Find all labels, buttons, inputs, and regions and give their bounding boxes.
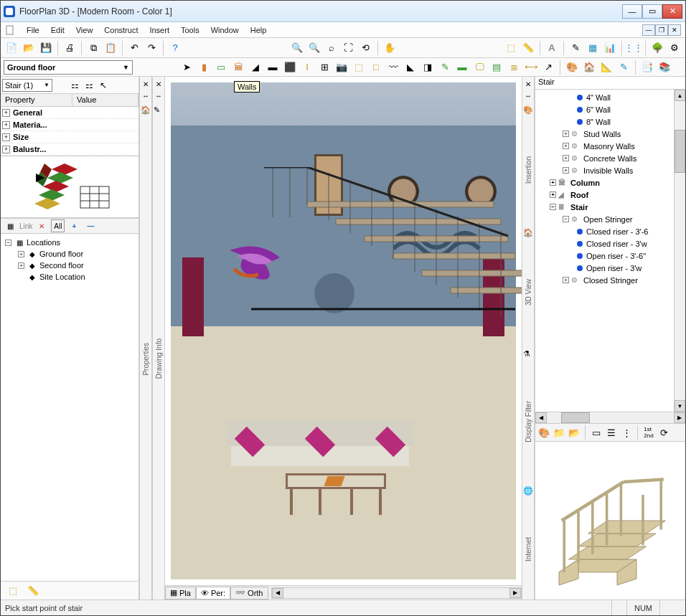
house-small-icon[interactable]: 🏠 <box>141 105 151 115</box>
cat-item-4wall[interactable]: 4" Wall <box>537 91 672 103</box>
prism-icon[interactable]: ◨ <box>420 60 436 75</box>
menu-insert[interactable]: Insert <box>144 24 175 36</box>
scroll-right-icon[interactable]: ▶ <box>674 412 685 423</box>
collapse-icon[interactable]: − <box>550 204 556 210</box>
library-icon[interactable]: 📚 <box>657 60 672 75</box>
camera-icon[interactable]: 📷 <box>334 60 349 75</box>
box-icon[interactable]: ⬚ <box>351 60 367 75</box>
all-button[interactable]: All <box>51 219 65 232</box>
new-icon[interactable]: 📄 <box>4 40 19 56</box>
expand-icon[interactable]: + <box>2 133 10 141</box>
tree-root-locations[interactable]: − ▦ Locations <box>2 237 137 248</box>
horizontal-scrollbar[interactable]: ◀ ▶ <box>271 587 522 599</box>
property-row-size[interactable]: +Size <box>1 131 138 143</box>
cat-item-closed-stringer[interactable]: +⚙Closed Stringer <box>537 274 672 286</box>
open-folder-icon[interactable]: 📂 <box>568 426 581 439</box>
help-icon[interactable]: ? <box>167 40 183 56</box>
open-icon[interactable]: 📂 <box>21 40 37 56</box>
close-panel-icon[interactable]: ✕ <box>524 80 532 88</box>
cube-icon[interactable]: ⬚ <box>5 583 21 599</box>
internet-tab-label[interactable]: Internet <box>525 533 532 566</box>
expand-icon[interactable]: + <box>563 277 569 283</box>
cat-item-closed-36[interactable]: Closed riser - 3'-6 <box>537 225 672 237</box>
print-icon[interactable]: 🖨 <box>62 40 77 56</box>
paint-small-icon[interactable]: 🎨 <box>523 105 533 115</box>
tab-perspective[interactable]: 👁Per: <box>196 587 230 600</box>
view-large-icon[interactable]: ▭ <box>590 426 603 439</box>
add-icon[interactable]: + <box>67 219 81 232</box>
cat-item-roof[interactable]: +◢Roof <box>537 189 672 201</box>
opening-icon[interactable]: ⬛ <box>282 60 298 75</box>
pointer-icon[interactable]: ➤ <box>179 60 194 75</box>
remove-icon[interactable]: — <box>83 219 98 232</box>
expand-icon[interactable]: + <box>563 143 569 149</box>
property-row-general[interactable]: +General <box>1 107 138 119</box>
maximize-button[interactable]: ▭ <box>642 4 662 19</box>
filter-tab-label[interactable]: Display Filter <box>525 397 532 447</box>
terrain-icon[interactable]: ▬ <box>454 60 470 75</box>
insertion-tab-label[interactable]: Insertion <box>525 152 532 188</box>
pick-icon[interactable]: ↖ <box>97 79 110 92</box>
property-col-header[interactable]: Property <box>1 94 72 106</box>
menu-window[interactable]: Window <box>205 24 245 36</box>
value-col-header[interactable]: Value <box>72 94 138 106</box>
menu-help[interactable]: Help <box>245 24 273 36</box>
object-select[interactable]: Stair (1) ▼ <box>2 79 52 92</box>
settings-icon[interactable]: ⚙ <box>667 40 682 56</box>
menu-construct[interactable]: Construct <box>98 24 144 36</box>
edit2-icon[interactable]: ✎ <box>616 60 631 75</box>
view3d-icon[interactable]: ⬚ <box>503 40 519 56</box>
folder-icon[interactable]: 📁 <box>553 426 565 439</box>
edit-tool-icon[interactable]: ✎ <box>437 60 453 75</box>
view-list-icon[interactable]: ☰ <box>605 426 618 439</box>
collapse-icon[interactable]: − <box>563 216 569 222</box>
chart-icon[interactable]: 📊 <box>602 40 618 56</box>
dimension-icon[interactable]: ⟷ <box>523 60 539 75</box>
expand-icon[interactable]: + <box>18 262 24 269</box>
globe-icon[interactable]: 🌐 <box>523 486 533 496</box>
redo-icon[interactable]: ↷ <box>144 40 159 56</box>
menu-edit[interactable]: Edit <box>45 24 70 36</box>
close-button[interactable]: ✕ <box>662 4 682 19</box>
save-icon[interactable]: 💾 <box>38 40 54 56</box>
expand-icon[interactable]: + <box>2 146 10 153</box>
expand-icon[interactable]: + <box>2 109 10 117</box>
slab-icon[interactable]: ▬ <box>265 60 281 75</box>
sort-icon[interactable]: 1st2nd <box>642 426 655 439</box>
catalog-horizontal-scrollbar[interactable]: ◀ ▶ <box>535 412 685 423</box>
paint-icon[interactable]: 🎨 <box>564 60 580 75</box>
expand-icon[interactable]: + <box>563 155 569 161</box>
tree-item-second[interactable]: + ◆ Second floor <box>2 260 137 271</box>
expand-icon[interactable]: + <box>550 191 556 198</box>
filter1-icon[interactable]: ⚏ <box>68 79 81 92</box>
zoom-extents-icon[interactable]: ⛶ <box>341 40 357 56</box>
mdi-close-button[interactable]: ✕ <box>668 24 681 36</box>
close-panel-icon[interactable]: ✕ <box>141 80 150 88</box>
curve-icon[interactable]: 〰 <box>385 60 401 75</box>
toggle-arrows-icon[interactable]: ↔ <box>141 91 150 100</box>
pencil-small-icon[interactable]: ✎ <box>154 105 164 115</box>
cat-item-column[interactable]: +🏛Column <box>537 176 672 189</box>
menu-view[interactable]: View <box>70 24 99 36</box>
text-tool-icon[interactable]: A <box>544 40 560 56</box>
tree-icon[interactable]: 🌳 <box>649 40 665 56</box>
property-row-material[interactable]: +Materia... <box>1 119 138 131</box>
scroll-thumb[interactable] <box>675 130 685 173</box>
scroll-left-icon[interactable]: ◀ <box>272 588 283 598</box>
zoom-out-icon[interactable]: 🔍 <box>306 40 322 56</box>
undo-icon[interactable]: ↶ <box>126 40 142 56</box>
3d-canvas[interactable]: Walls <box>165 77 522 585</box>
catalog-vertical-scrollbar[interactable]: ▲ ▼ <box>674 90 685 412</box>
grid-icon[interactable]: ⋮⋮ <box>626 40 642 56</box>
cat-item-invisible[interactable]: +⚙Invisible Walls <box>537 164 672 176</box>
cat-item-open-36[interactable]: Open riser - 3'-6" <box>537 250 672 262</box>
cat-item-open-3w[interactable]: Open riser - 3'w <box>537 262 672 274</box>
monitor-icon[interactable]: 🖵 <box>471 60 487 75</box>
tree-item-ground[interactable]: + ◆ Ground floor <box>2 248 137 260</box>
scroll-right-icon[interactable]: ▶ <box>509 588 521 598</box>
toggle-arrows-icon[interactable]: ↔ <box>154 91 163 100</box>
container-icon[interactable]: □ <box>368 60 384 75</box>
pan-icon[interactable]: ✋ <box>382 40 398 56</box>
cat-item-stud[interactable]: +⚙Stud Walls <box>537 128 672 140</box>
properties-tab-label[interactable]: Properties <box>142 338 150 380</box>
